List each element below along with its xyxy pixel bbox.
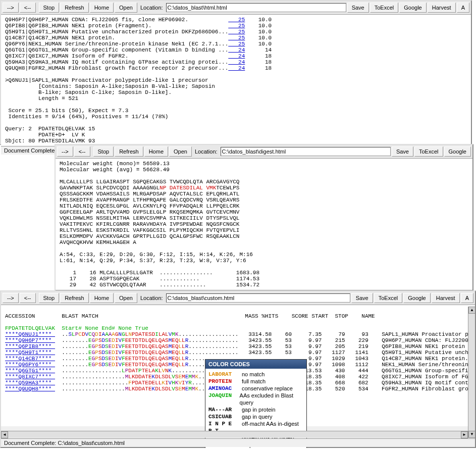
accession-link[interactable]: ****Q6GTG1****: [5, 368, 55, 374]
harvest-button[interactable]: Harvest: [428, 3, 456, 13]
home-button[interactable]: Home: [144, 146, 168, 157]
toexcel-button[interactable]: ToExcel: [374, 293, 403, 303]
open-button[interactable]: Open: [115, 293, 137, 303]
vertical-scrollbar[interactable]: ▲ ▼: [468, 307, 475, 438]
color-code-row: LABORATno match: [208, 371, 303, 378]
back-button[interactable]: -->: [3, 3, 19, 13]
stop-button[interactable]: Stop: [39, 3, 60, 13]
forward-button[interactable]: <--: [20, 3, 36, 13]
google-button[interactable]: Google: [444, 146, 471, 157]
open-button[interactable]: Open: [115, 3, 137, 13]
location-field[interactable]: [166, 3, 346, 12]
color-key: LABORAT: [208, 371, 238, 378]
save-button[interactable]: Save: [351, 293, 373, 303]
score-link[interactable]: 25: [228, 29, 245, 35]
a-button[interactable]: A: [461, 293, 473, 303]
score-link[interactable]: 25: [228, 41, 245, 47]
color-code-row: JOAQUINAAs excluded in Blast query: [208, 392, 303, 406]
blast-content: Q9H6P7|Q9H6P7_HUMAN CDNA: FLJ22005 fis, …: [1, 15, 471, 146]
color-desc: gap in query: [242, 413, 273, 420]
color-key: AMINOAC: [208, 385, 238, 392]
color-desc: gap in protein: [242, 406, 276, 413]
location-label: Location:: [138, 295, 165, 301]
color-desc: conservative replace: [242, 385, 293, 392]
accession-link[interactable]: ****Q96PY6****: [5, 362, 55, 368]
forward-button[interactable]: <--: [20, 293, 36, 303]
horizontal-scrollbar[interactable]: ◄ ►: [1, 431, 468, 438]
save-button[interactable]: Save: [392, 146, 413, 157]
a-button[interactable]: A: [457, 3, 469, 13]
home-button[interactable]: Home: [90, 293, 114, 303]
score-link[interactable]: 24: [228, 53, 245, 59]
color-code-row: AMINOACconservative replace: [208, 385, 303, 392]
color-desc: full match: [242, 378, 266, 385]
score-link[interactable]: 24: [228, 59, 245, 65]
location-field[interactable]: [221, 147, 391, 156]
accession-link[interactable]: ****Q6PIB8****: [5, 343, 55, 349]
color-desc: no match: [242, 371, 265, 378]
color-key: MA---AR: [208, 406, 238, 413]
back-button[interactable]: -->: [57, 146, 73, 157]
toexcel-button[interactable]: ToExcel: [370, 3, 399, 13]
location-label: Location:: [138, 5, 165, 11]
accession-link[interactable]: ****Q5H9T1****: [5, 349, 55, 356]
color-key: PROTEIN: [208, 378, 238, 385]
accession-link[interactable]: ****Q8IXC7****: [5, 374, 55, 380]
digest-window: --> <-- Stop Refresh Home Open Location:…: [55, 144, 473, 291]
color-key: JOAQUIN: [208, 392, 236, 406]
forward-button[interactable]: <--: [74, 146, 90, 157]
accession-link[interactable]: ****Q14CB7****: [5, 356, 55, 362]
google-button[interactable]: Google: [399, 3, 426, 13]
location-field[interactable]: [166, 293, 350, 303]
accession-link[interactable]: ****Q9H6P7****: [5, 337, 55, 343]
toolbar: --> <-- Stop Refresh Home Open Location:…: [1, 291, 475, 305]
toolbar: --> <-- Stop Refresh Home Open Location:…: [56, 145, 472, 159]
accession-link[interactable]: ****Q59HA3****: [5, 380, 55, 386]
score-link[interactable]: 24: [228, 65, 245, 71]
dialog-title: COLOR CODES: [205, 360, 306, 369]
refresh-button[interactable]: Refresh: [60, 3, 89, 13]
toolbar: --> <-- Stop Refresh Home Open Location:…: [1, 1, 471, 15]
color-code-row: MA---ARgap in protein: [208, 406, 303, 413]
accession-link[interactable]: ****Q9UQH8****: [5, 386, 55, 392]
home-button[interactable]: Home: [90, 3, 114, 13]
location-label: Location:: [193, 148, 220, 155]
score-link[interactable]: 25: [228, 23, 245, 29]
harvest-button[interactable]: Harvest: [432, 293, 460, 303]
stop-button[interactable]: Stop: [93, 146, 114, 157]
google-button[interactable]: Google: [403, 293, 430, 303]
scroll-up-icon[interactable]: ▲: [468, 307, 475, 314]
color-code-row: CSICUABgap in query: [208, 413, 303, 420]
score-link[interactable]: 25: [228, 17, 245, 23]
color-key: CSICUAB: [208, 413, 238, 420]
scroll-down-icon[interactable]: ▼: [468, 431, 475, 438]
custom-window: --> <-- Stop Refresh Home Open Location:…: [0, 290, 476, 448]
color-code-row: PROTEINfull match: [208, 378, 303, 385]
query-line: FPDATETDLQELVAK Start# None End# None Tr…: [5, 325, 148, 331]
score-link[interactable]: 24: [228, 47, 245, 53]
digest-content: Molecular weight (mono)= 56589.13 Molecu…: [56, 159, 472, 290]
stop-button[interactable]: Stop: [39, 293, 60, 303]
score-link[interactable]: 25: [228, 35, 245, 41]
save-button[interactable]: Save: [347, 3, 369, 13]
scroll-right-icon[interactable]: ►: [461, 431, 468, 438]
back-button[interactable]: -->: [3, 293, 19, 303]
blast-html-window: --> <-- Stop Refresh Home Open Location:…: [0, 0, 472, 145]
status-bar: Document Complete: C:\datos_blast\custom…: [1, 438, 475, 447]
accession-link[interactable]: ****Q6NUJ1****: [5, 331, 55, 337]
scroll-left-icon[interactable]: ◄: [1, 431, 8, 438]
refresh-button[interactable]: Refresh: [115, 146, 143, 157]
refresh-button[interactable]: Refresh: [60, 293, 89, 303]
open-button[interactable]: Open: [169, 146, 192, 157]
color-desc: AAs excluded in Blast query: [240, 392, 303, 406]
toexcel-button[interactable]: ToExcel: [414, 146, 443, 157]
